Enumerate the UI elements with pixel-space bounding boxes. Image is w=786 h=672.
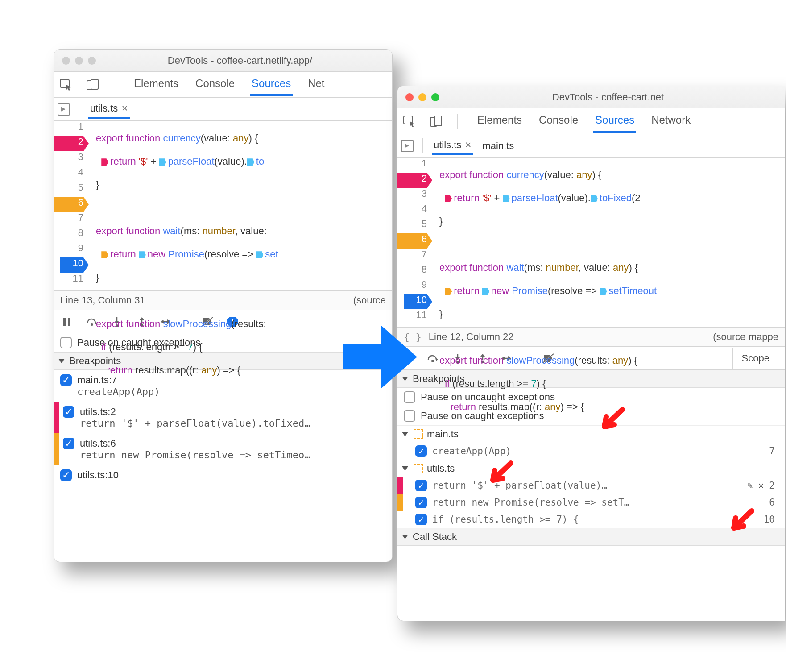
line-number[interactable]: 7 (60, 212, 83, 227)
breakpoint-item[interactable]: ✓utils.ts:6 return new Promise(resolve =… (54, 433, 392, 465)
breakpoint-row[interactable]: ✓ return '$' + parseFloat(value)… ✎ ✕ 2 (397, 477, 785, 494)
tab-sources[interactable]: Sources (593, 110, 636, 133)
navigator-icon[interactable] (401, 140, 414, 152)
remove-icon[interactable]: ✕ (758, 480, 764, 491)
devtools-toolbar: Elements Console Sources Network (397, 108, 785, 134)
line-number[interactable]: 1 (404, 158, 427, 173)
inspect-icon[interactable] (402, 115, 417, 128)
checkbox[interactable]: ✓ (60, 374, 72, 386)
source-text[interactable]: export function currency(value: any) { r… (431, 158, 657, 327)
line-number[interactable]: 4 (404, 203, 427, 218)
line-number[interactable]: 4 (60, 166, 83, 182)
breakpoint-line-2[interactable]: 2 (404, 173, 427, 188)
checkbox[interactable]: ✓ (63, 406, 74, 418)
checkbox[interactable]: ✓ (63, 438, 74, 449)
source-text[interactable]: export function currency(value: any) { r… (88, 121, 278, 290)
breakpoint-row[interactable]: ✓ if (results.length >= 7) { 10 (397, 511, 785, 528)
max-dot[interactable] (88, 57, 96, 65)
breakpoint-line-10[interactable]: 10 (60, 257, 83, 273)
bp-code: return '$' + parseFloat(value)… (432, 480, 607, 491)
bp-code: return '$' + parseFloat(value).toFixed… (63, 418, 386, 429)
checkbox[interactable]: ✓ (415, 497, 427, 508)
max-dot[interactable] (431, 93, 439, 101)
checkbox[interactable]: ✓ (60, 469, 72, 481)
column-bp-icon (591, 195, 598, 202)
file-icon (414, 429, 423, 439)
pause-icon[interactable] (60, 315, 74, 328)
checkbox[interactable]: ✓ (415, 514, 427, 525)
conditional-bp-icon (445, 288, 452, 295)
file-tab-utils[interactable]: utils.ts ✕ (432, 137, 473, 155)
inspect-icon[interactable] (58, 78, 74, 91)
tab-network[interactable]: Network (649, 110, 692, 133)
tab-console[interactable]: Console (537, 110, 580, 133)
svg-rect-4 (68, 318, 70, 326)
checkbox[interactable]: ✓ (415, 445, 427, 457)
breakpoint-item[interactable]: ✓utils.ts:10 (54, 465, 392, 485)
line-number[interactable]: 3 (404, 188, 427, 203)
breakpoint-row[interactable]: ✓ return new Promise(resolve => setT… 6 (397, 494, 785, 511)
device-icon[interactable] (85, 78, 100, 91)
checkbox[interactable]: ✓ (415, 480, 427, 491)
line-number[interactable]: 3 (60, 151, 83, 166)
tab-network[interactable]: Net (306, 74, 326, 96)
line-number[interactable]: 7 (404, 249, 427, 264)
breakpoint-line-10[interactable]: 10 (404, 294, 427, 309)
breakpoint-group-utils[interactable]: utils.ts (397, 460, 785, 477)
line-number[interactable]: 9 (404, 279, 427, 294)
breakpoint-row[interactable]: ✓ createApp(App) 7 (397, 443, 785, 460)
devtools-window-right: DevTools - coffee-cart.net Elements Cons… (397, 86, 785, 621)
tab-console[interactable]: Console (194, 74, 236, 96)
line-number[interactable]: 5 (60, 182, 83, 197)
close-icon[interactable]: ✕ (465, 140, 472, 150)
traffic-lights[interactable] (62, 57, 96, 65)
device-icon[interactable] (429, 115, 444, 128)
line-number[interactable]: 5 (404, 218, 427, 233)
tab-elements[interactable]: Elements (132, 74, 180, 96)
bp-file: utils.ts:2 (80, 406, 116, 418)
sourcemap-status: (source (353, 295, 386, 306)
breakpoint-line-6[interactable]: 6 (404, 233, 427, 249)
column-bp-icon (256, 251, 263, 258)
breakpoint-line-6[interactable]: 6 (60, 197, 83, 212)
code-editor[interactable]: 1 2 3 4 5 6 7 8 9 10 11 export function … (54, 121, 392, 290)
callstack-section-header[interactable]: Call Stack (397, 528, 785, 546)
tab-elements[interactable]: Elements (476, 110, 524, 133)
disclosure-triangle-icon (58, 359, 65, 363)
checkbox[interactable] (60, 337, 72, 348)
code-editor[interactable]: 1 2 3 4 5 6 7 8 9 10 11 export function … (397, 158, 785, 327)
bp-line: 10 (764, 514, 780, 525)
close-dot[interactable] (405, 93, 414, 101)
line-number[interactable]: 8 (404, 264, 427, 279)
file-tab-utils[interactable]: utils.ts ✕ (88, 100, 130, 119)
breakpoint-item[interactable]: ✓utils.ts:2 return '$' + parseFloat(valu… (54, 402, 392, 433)
min-dot[interactable] (418, 93, 426, 101)
traffic-lights[interactable] (405, 93, 439, 101)
step-over-icon[interactable] (426, 352, 439, 365)
line-number[interactable]: 11 (404, 309, 427, 324)
checkbox[interactable] (404, 391, 415, 403)
column-bp-icon (503, 195, 510, 202)
close-dot[interactable] (62, 57, 70, 65)
file-name: utils.ts (434, 139, 461, 151)
svg-rect-3 (63, 318, 66, 326)
tab-sources[interactable]: Sources (250, 74, 293, 96)
navigator-icon[interactable] (58, 103, 70, 116)
gutter-stripe-conditional (397, 233, 404, 249)
line-number[interactable]: 1 (60, 121, 83, 136)
line-number[interactable]: 11 (60, 273, 83, 288)
checkbox[interactable] (404, 410, 415, 422)
file-tab-main[interactable]: main.ts (480, 137, 516, 154)
scope-tab[interactable]: Scope (732, 348, 778, 369)
annotation-arrow-red (727, 506, 758, 538)
column-bp-icon (482, 288, 489, 295)
line-number[interactable]: 8 (60, 227, 83, 242)
min-dot[interactable] (75, 57, 83, 65)
breakpoint-line-2[interactable]: 2 (60, 136, 83, 151)
conditional-stripe (397, 494, 403, 511)
bp-code: return new Promise(resolve => setT… (432, 497, 630, 508)
line-number[interactable]: 9 (60, 242, 83, 257)
edit-icon[interactable]: ✎ (747, 480, 753, 491)
close-icon[interactable]: ✕ (121, 104, 128, 113)
bp-code: if (results.length >= 7) { (432, 514, 579, 525)
